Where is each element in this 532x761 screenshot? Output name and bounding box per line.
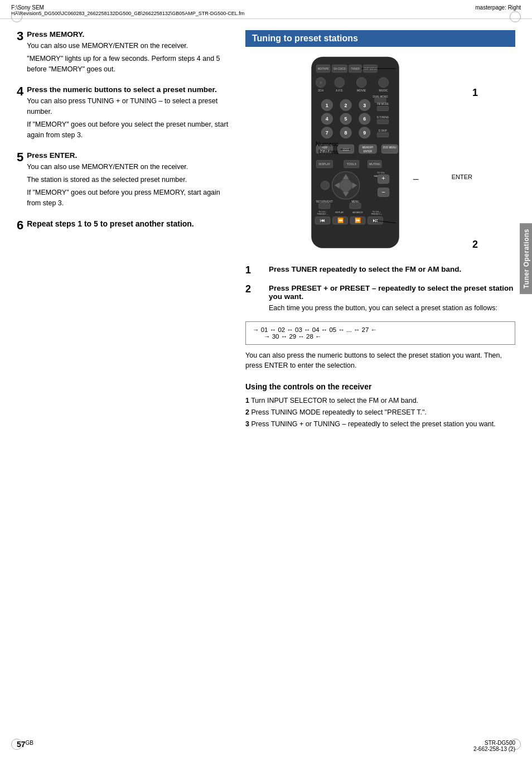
- page-header: F:\Sony SEM HA\Revision5_DG500\JC060283_…: [0, 0, 532, 19]
- svg-text:○: ○: [320, 81, 321, 84]
- right-step-1: 1 Press TUNER repeatedly to select the F…: [245, 265, 515, 276]
- right-step-2-num: 2: [245, 284, 251, 295]
- svg-text:SA-CD/CD: SA-CD/CD: [333, 68, 346, 70]
- svg-text:DUAL MONO: DUAL MONO: [373, 95, 388, 98]
- svg-text:2: 2: [345, 103, 347, 108]
- svg-text:3: 3: [363, 103, 366, 108]
- svg-text:⏭: ⏭: [373, 218, 378, 223]
- right-step-2: 2 Press PRESET + or PRESET – repeatedly …: [245, 284, 515, 314]
- svg-text:4: 4: [326, 116, 328, 122]
- sub-step-2: 2 Press TUNING MODE repeatedly to select…: [245, 407, 515, 418]
- step-6-title: Repeat steps 1 to 5 to preset another st…: [27, 219, 194, 228]
- svg-rect-35: [377, 119, 388, 124]
- svg-point-13: [379, 78, 389, 88]
- corner-mark-tr: [510, 11, 521, 22]
- svg-text:PRESET –: PRESET –: [317, 213, 328, 215]
- sub-section-controls: Using the controls on the receiver 1 Tur…: [245, 382, 515, 429]
- svg-text:⏪: ⏪: [337, 217, 344, 224]
- step-6-block: 6 Repeat steps 1 to 5 to preset another …: [17, 219, 229, 232]
- svg-rect-19: [375, 98, 386, 103]
- svg-text:PRESET +: PRESET +: [371, 213, 383, 215]
- step-5-title: Press ENTER.: [27, 151, 229, 160]
- header-left: F:\Sony SEM HA\Revision5_DG500\JC060283_…: [11, 4, 244, 16]
- step-4-num: 4: [17, 85, 23, 98]
- right-step-2-title: Press PRESET + or PRESET – repeatedly to…: [255, 284, 515, 301]
- svg-text:A.F.D.: A.F.D.: [336, 89, 344, 92]
- svg-text:FM MODE: FM MODE: [377, 103, 389, 105]
- sidebar-tab: Tuner Operations: [520, 223, 532, 294]
- step-6-num: 6: [17, 219, 23, 232]
- svg-rect-27: [377, 107, 388, 111]
- svg-text:ADVANCE: ADVANCE: [352, 211, 363, 214]
- step-4-block: 4 Press the numeric buttons to select a …: [17, 85, 229, 142]
- sub-step-3: 3 Press TUNING + or TUNING – repeatedly …: [245, 419, 515, 430]
- remote-container: 1 2 Numeric buttons ENTER MD/TAPE SA-CD/…: [294, 54, 467, 256]
- svg-rect-43: [377, 133, 388, 137]
- svg-text:0/10: 0/10: [343, 148, 349, 151]
- svg-text:7: 7: [326, 130, 328, 136]
- numeric-buttons-label: Numeric buttons: [294, 140, 338, 156]
- sub-step-1: 1 Turn INPUT SELECTOR to select the FM o…: [245, 396, 515, 406]
- step-3-num: 3: [17, 30, 23, 42]
- preset-row-2: → 30 ↔ 29 ↔ 28 ←: [264, 333, 508, 340]
- svg-text:TV VOL: TV VOL: [377, 171, 385, 174]
- svg-point-11: [335, 78, 345, 88]
- step-3-body: You can also use MEMORY/ENTER on the rec…: [27, 41, 229, 74]
- page-footer: 57GB STR-DG500 2-662-258-13 (2): [0, 740, 532, 752]
- svg-text:D.SKIP: D.SKIP: [379, 129, 387, 132]
- svg-text:6: 6: [363, 116, 366, 122]
- step-5-body: You can also use MEMORY/ENTER on the rec…: [27, 162, 229, 208]
- svg-rect-76: [350, 203, 361, 209]
- svg-rect-74: [319, 203, 330, 209]
- svg-text:TOOLS: TOOLS: [347, 162, 357, 166]
- left-column: 3 Press MEMORY. You can also use MEMORY/…: [17, 30, 229, 430]
- svg-text:1: 1: [326, 103, 328, 108]
- svg-text:ENTER: ENTER: [364, 150, 373, 153]
- svg-text:RETURN/EXIT: RETURN/EXIT: [316, 200, 333, 203]
- footer-right: STR-DG500 2-662-258-13 (2): [473, 740, 515, 752]
- svg-text:MUTING: MUTING: [369, 162, 380, 166]
- step-5-block: 5 Press ENTER. You can also use MEMORY/E…: [17, 151, 229, 210]
- svg-text:+: +: [381, 175, 385, 181]
- enter-label: ENTER: [452, 174, 472, 180]
- right-step-1-num: 1: [245, 265, 251, 276]
- svg-text:⏮: ⏮: [320, 218, 325, 223]
- step-4-body: You can also press TUNING + or TUNING – …: [27, 96, 229, 140]
- step-3-block: 3 Press MEMORY. You can also use MEMORY/…: [17, 30, 229, 76]
- svg-text:D.TUNING: D.TUNING: [377, 116, 389, 119]
- step-2-extra-text: You can also press the numeric buttons t…: [245, 350, 515, 372]
- footer-page-num: 57GB: [17, 740, 33, 752]
- svg-text:8: 8: [345, 130, 347, 136]
- right-column: Tuning to preset stations 1 2 Numeric bu…: [245, 30, 515, 430]
- sub-section-title: Using the controls on the receiver: [245, 382, 515, 391]
- svg-text:MD/TAPE: MD/TAPE: [318, 68, 329, 70]
- right-step-2-body: Each time you press the button, you can …: [255, 303, 515, 314]
- svg-text:−: −: [381, 189, 385, 195]
- svg-text:DISPLAY: DISPLAY: [318, 162, 331, 166]
- section-heading: Tuning to preset stations: [245, 30, 515, 47]
- callout-2: 2: [472, 239, 478, 251]
- svg-text:DVD MENU: DVD MENU: [383, 146, 396, 149]
- svg-text:MEMORY: MEMORY: [362, 146, 373, 149]
- step-5-num: 5: [17, 151, 23, 163]
- svg-text:2CH: 2CH: [318, 89, 323, 92]
- svg-text:MUSIC: MUSIC: [379, 89, 388, 92]
- svg-text:⏩: ⏩: [355, 217, 361, 224]
- corner-mark-tl: [11, 11, 22, 22]
- callout-1: 1: [472, 87, 478, 99]
- svg-text:9: 9: [363, 130, 366, 136]
- right-step-1-title: Press TUNER repeatedly to select the FM …: [255, 265, 461, 273]
- svg-text:REPLAY: REPLAY: [335, 211, 344, 214]
- step-3-title: Press MEMORY.: [27, 30, 229, 38]
- svg-point-72: [321, 181, 330, 190]
- svg-point-12: [356, 78, 366, 88]
- preset-diagram: → 01 ↔ 02 ↔ 03 ↔ 04 ↔ 05 ↔ ... ↔ 27 ← → …: [245, 321, 515, 345]
- svg-point-63: [340, 179, 352, 192]
- svg-text:5: 5: [345, 116, 347, 122]
- svg-text:AMP MENU: AMP MENU: [364, 68, 377, 70]
- svg-text:MENU: MENU: [351, 200, 359, 203]
- svg-text:MOVIE: MOVIE: [357, 89, 366, 92]
- preset-row-1: → 01 ↔ 02 ↔ 03 ↔ 04 ↔ 05 ↔ ... ↔ 27 ←: [253, 326, 508, 333]
- svg-text:TUNER: TUNER: [351, 68, 360, 70]
- content-wrapper: 3 Press MEMORY. You can also use MEMORY/…: [0, 19, 532, 441]
